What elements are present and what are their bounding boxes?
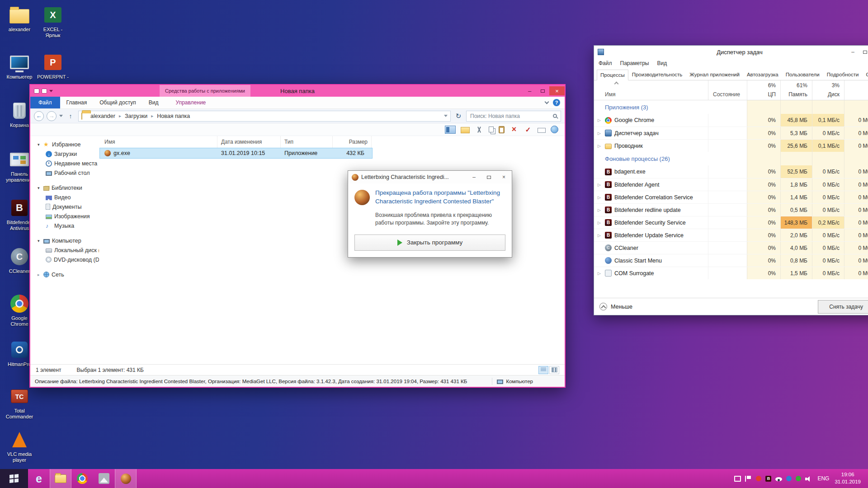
group-header-background[interactable]: Фоновые процессы (26) — [594, 152, 868, 165]
taskbar-explorer-button[interactable] — [50, 469, 71, 488]
expand-arrow-icon[interactable] — [598, 144, 602, 148]
close-program-button[interactable]: Закрыть программу — [354, 235, 505, 251]
hitmanpro-tray-icon[interactable] — [775, 477, 782, 481]
column-header-name[interactable]: Имя — [99, 136, 217, 148]
qat-properties-icon[interactable] — [34, 89, 39, 94]
paste-icon[interactable] — [499, 126, 505, 133]
expand-arrow-icon[interactable] — [598, 131, 602, 136]
rename-icon[interactable] — [538, 128, 546, 133]
dialog-titlebar[interactable]: Letterbxing Characteristic Ingredi... – … — [348, 171, 512, 183]
expand-arrow-icon[interactable] — [598, 221, 602, 225]
taskbar-crashed-app-button[interactable] — [115, 469, 137, 488]
group-header-apps[interactable]: Приложения (3) — [594, 100, 868, 114]
cut-icon[interactable] — [475, 126, 484, 134]
back-button[interactable]: ← — [34, 111, 44, 121]
new-folder-icon[interactable] — [461, 127, 470, 133]
tab-view[interactable]: Вид — [142, 97, 165, 108]
explorer-titlebar[interactable]: Средства работы с приложениями Новая пап… — [30, 85, 565, 97]
sidebar-item-recent[interactable]: Недавние места — [30, 159, 99, 168]
breadcrumb-segment-root[interactable]: alexander — [90, 113, 115, 119]
maximize-button[interactable] — [859, 47, 868, 56]
file-row-gx-exe[interactable]: gx.exe 31.01.2019 10:15 Приложение 432 К… — [99, 148, 373, 159]
column-header-type[interactable]: Тип — [281, 136, 333, 148]
minimize-button[interactable]: – — [468, 173, 480, 182]
tab-manage[interactable]: Управление — [170, 97, 212, 108]
sidebar-item-downloads[interactable]: Загрузки — [30, 149, 99, 159]
maximize-button[interactable] — [536, 86, 549, 95]
network-status-icon[interactable] — [734, 476, 741, 482]
process-row[interactable]: COM Surrogate 0% 1,5 МБ 0 МБ/с 0 Мбит/с — [594, 267, 868, 279]
blue-status-icon[interactable] — [786, 476, 792, 481]
taskbar-ie-button[interactable] — [28, 469, 50, 488]
language-indicator[interactable]: ENG — [816, 475, 830, 482]
sidebar-item-documents[interactable]: Документы — [30, 202, 99, 211]
contextual-tab-header[interactable]: Средства работы с приложениями — [160, 85, 250, 97]
desktop-icon-vlc[interactable]: VLC media player — [3, 429, 36, 463]
process-row[interactable]: Bitdefender Correlation Service 0% 1,4 М… — [594, 191, 868, 203]
sidebar-item-images[interactable]: Изображения — [30, 211, 99, 221]
expand-ribbon-icon[interactable] — [545, 100, 549, 104]
sidebar-item-desktop[interactable]: Рабочий стол — [30, 168, 99, 178]
tab-file[interactable]: Файл — [30, 97, 60, 108]
sidebar-item-libraries[interactable]: Библиотеки — [30, 183, 99, 192]
minimize-button[interactable]: – — [847, 47, 859, 56]
close-button[interactable]: × — [549, 86, 565, 95]
bitdefender-tray-icon[interactable] — [765, 476, 771, 482]
search-input[interactable]: Поиск: Новая папка — [466, 111, 561, 122]
column-header-disk[interactable]: 3% Диск — [812, 80, 844, 100]
volume-icon[interactable] — [805, 476, 812, 482]
column-header-memory[interactable]: 61% Память — [780, 80, 812, 100]
close-button[interactable]: × — [498, 173, 510, 182]
sidebar-item-network[interactable]: Сеть — [30, 270, 99, 279]
maximize-button[interactable] — [483, 173, 495, 182]
address-dropdown-icon[interactable] — [444, 115, 448, 117]
green-status-icon[interactable] — [796, 476, 801, 481]
task-manager-titlebar[interactable]: Диспетчер задач – × — [594, 46, 868, 58]
tab-services[interactable]: Службы — [862, 69, 868, 80]
expand-arrow-icon[interactable] — [598, 233, 602, 238]
process-row[interactable]: Bitdefender Security Service 0% 148,3 МБ… — [594, 216, 868, 229]
expander-icon[interactable] — [38, 143, 41, 146]
process-row[interactable]: Classic Start Menu 0% 0,8 МБ 0 МБ/с 0 Мб… — [594, 254, 868, 267]
column-header-name[interactable]: Имя — [594, 80, 708, 100]
expand-arrow-icon[interactable] — [598, 183, 602, 187]
column-header-cpu[interactable]: 6% ЦП — [747, 80, 780, 100]
process-row[interactable]: Диспетчер задач 0% 5,3 МБ 0 МБ/с 0 Мбит/… — [594, 127, 868, 139]
qat-new-folder-icon[interactable] — [42, 89, 47, 94]
forward-button[interactable]: → — [47, 111, 57, 121]
expander-icon[interactable] — [38, 273, 41, 277]
menu-file[interactable]: Файл — [599, 60, 612, 66]
column-header-date[interactable]: Дата изменения — [217, 136, 281, 148]
up-button[interactable]: ↑ — [66, 111, 75, 121]
sidebar-item-music[interactable]: Музыка — [30, 221, 99, 230]
tab-users[interactable]: Пользователи — [782, 69, 823, 80]
tab-share[interactable]: Общий доступ — [93, 97, 142, 108]
expander-icon[interactable] — [38, 239, 41, 243]
desktop-icon-computer[interactable]: Компьютер — [3, 52, 36, 80]
action-center-icon[interactable] — [745, 476, 752, 482]
red-status-icon[interactable] — [756, 476, 761, 481]
process-row[interactable]: Bitdefender Update Service 0% 2,0 МБ 0 М… — [594, 229, 868, 241]
menu-options[interactable]: Параметры — [620, 60, 649, 66]
sidebar-item-disk-c[interactable]: Локальный диск (C — [30, 245, 99, 255]
network-icon[interactable] — [551, 126, 558, 133]
menu-view[interactable]: Вид — [657, 60, 667, 66]
breadcrumb-segment-downloads[interactable]: Загрузки — [125, 113, 147, 119]
address-bar[interactable]: alexander Загрузки Новая папка — [78, 111, 451, 122]
select-icon[interactable] — [524, 126, 533, 134]
taskbar-chrome-button[interactable] — [71, 469, 93, 488]
process-row[interactable]: Проводник 0% 25,6 МБ 0,1 МБ/с 0 Мбит/с — [594, 139, 868, 152]
tab-startup[interactable]: Автозагрузка — [743, 69, 782, 80]
sidebar-item-video[interactable]: Видео — [30, 192, 99, 202]
tab-home[interactable]: Главная — [60, 97, 94, 108]
column-header-network[interactable]: 0% Сеть — [844, 80, 868, 100]
history-dropdown-icon[interactable] — [59, 115, 63, 117]
breadcrumb-segment-current[interactable]: Новая папка — [157, 113, 190, 119]
sidebar-item-computer[interactable]: Компьютер — [30, 236, 99, 245]
sidebar-item-dvd[interactable]: DVD-дисковод (D:) — [30, 255, 99, 264]
taskbar-photos-button[interactable] — [93, 469, 115, 488]
details-view-button[interactable] — [538, 366, 548, 374]
column-header-size[interactable]: Размер — [333, 136, 372, 148]
delete-icon[interactable] — [509, 126, 519, 134]
desktop-icon-powerpoint[interactable]: POWERPNT - — [36, 52, 70, 80]
